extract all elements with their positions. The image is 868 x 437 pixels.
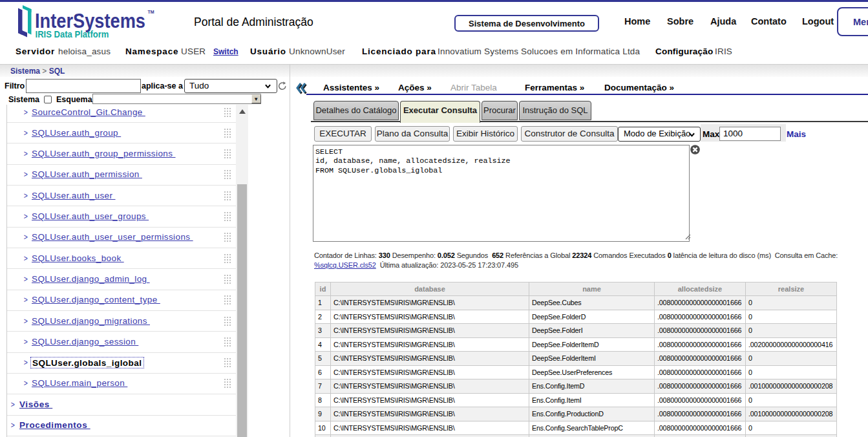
svg-text:TM: TM: [148, 10, 154, 14]
svg-text:IRIS Data Platform: IRIS Data Platform: [36, 28, 109, 39]
